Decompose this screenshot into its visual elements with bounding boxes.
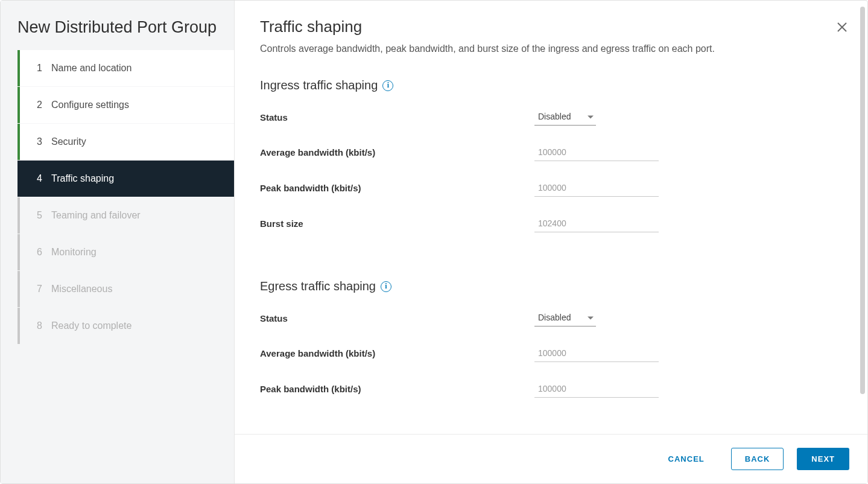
step-label: Name and location: [51, 63, 131, 74]
step-label: Traffic shaping: [51, 173, 114, 184]
egress-avg-bw-row: Average bandwidth (kbit/s): [260, 345, 842, 362]
ingress-status-row: Status Disabled: [260, 109, 842, 126]
wizard-sidebar: New Distributed Port Group 1 Name and lo…: [1, 1, 235, 483]
select-value: Disabled: [538, 313, 571, 322]
next-button[interactable]: NEXT: [797, 448, 849, 470]
egress-section-title: Egress traffic shaping i: [260, 279, 842, 293]
step-label: Teaming and failover: [51, 210, 141, 221]
ingress-status-select[interactable]: Disabled: [534, 109, 596, 126]
step-traffic-shaping[interactable]: 4 Traffic shaping: [17, 161, 234, 197]
step-name-and-location[interactable]: 1 Name and location: [17, 50, 234, 86]
wizard-title: New Distributed Port Group: [1, 1, 234, 50]
step-number: 3: [37, 136, 50, 147]
step-number: 7: [37, 284, 50, 295]
ingress-avg-bw-row: Average bandwidth (kbit/s): [260, 144, 842, 161]
egress-peak-bw-row: Peak bandwidth (kbit/s): [260, 380, 842, 398]
wizard-main: Traffic shaping Controls average bandwid…: [235, 1, 867, 483]
section-title-text: Ingress traffic shaping: [260, 78, 378, 92]
wizard-dialog: New Distributed Port Group 1 Name and lo…: [0, 0, 868, 484]
section-title-text: Egress traffic shaping: [260, 279, 376, 293]
page-title: Traffic shaping: [260, 18, 842, 36]
step-number: 8: [37, 320, 50, 331]
content-area: Traffic shaping Controls average bandwid…: [235, 1, 867, 434]
ingress-status-label: Status: [260, 112, 534, 123]
egress-avg-bw-label: Average bandwidth (kbit/s): [260, 348, 534, 358]
step-number: 4: [37, 173, 50, 184]
ingress-peak-bw-label: Peak bandwidth (kbit/s): [260, 183, 534, 193]
info-icon[interactable]: i: [382, 80, 393, 91]
ingress-section-title: Ingress traffic shaping i: [260, 78, 842, 92]
step-number: 2: [37, 100, 50, 110]
step-teaming-and-failover: 5 Teaming and failover: [17, 197, 234, 234]
egress-peak-bw-label: Peak bandwidth (kbit/s): [260, 384, 534, 394]
wizard-footer: CANCEL BACK NEXT: [235, 434, 867, 483]
close-button[interactable]: [835, 20, 849, 34]
close-icon: [837, 22, 847, 33]
ingress-avg-bw-input[interactable]: [534, 144, 659, 161]
wizard-steps: 1 Name and location 2 Configure settings…: [1, 50, 234, 345]
step-label: Ready to complete: [51, 320, 131, 331]
step-number: 1: [37, 63, 50, 74]
step-label: Security: [51, 136, 86, 147]
step-monitoring: 6 Monitoring: [17, 234, 234, 270]
scrollbar-thumb[interactable]: [860, 7, 865, 394]
info-icon[interactable]: i: [381, 281, 391, 292]
ingress-avg-bw-label: Average bandwidth (kbit/s): [260, 147, 534, 158]
ingress-burst-label: Burst size: [260, 218, 534, 229]
egress-status-row: Status Disabled: [260, 310, 842, 326]
egress-status-label: Status: [260, 313, 534, 323]
step-label: Configure settings: [51, 100, 129, 110]
step-number: 6: [37, 247, 50, 258]
ingress-burst-input[interactable]: [534, 215, 659, 232]
page-description: Controls average bandwidth, peak bandwid…: [260, 43, 842, 54]
step-configure-settings[interactable]: 2 Configure settings: [17, 87, 234, 123]
egress-avg-bw-input[interactable]: [534, 345, 659, 362]
egress-peak-bw-input[interactable]: [534, 380, 659, 398]
ingress-burst-row: Burst size: [260, 215, 842, 232]
scrollbar[interactable]: [860, 7, 865, 423]
step-miscellaneous: 7 Miscellaneous: [17, 271, 234, 307]
step-number: 5: [37, 210, 50, 221]
step-label: Monitoring: [51, 247, 97, 258]
ingress-peak-bw-input[interactable]: [534, 179, 659, 197]
step-label: Miscellaneous: [51, 284, 112, 295]
step-security[interactable]: 3 Security: [17, 124, 234, 160]
back-button[interactable]: BACK: [731, 448, 784, 470]
cancel-button[interactable]: CANCEL: [655, 448, 718, 470]
ingress-peak-bw-row: Peak bandwidth (kbit/s): [260, 179, 842, 197]
select-value: Disabled: [538, 112, 571, 121]
egress-status-select[interactable]: Disabled: [534, 310, 596, 326]
step-ready-to-complete: 8 Ready to complete: [17, 308, 234, 344]
